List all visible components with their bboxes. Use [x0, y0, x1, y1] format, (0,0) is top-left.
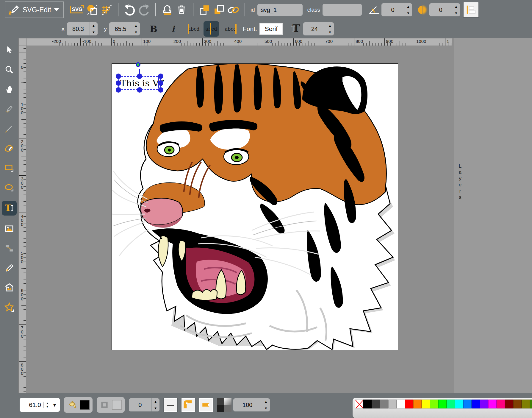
angle-spinner[interactable]: 0 ▲▼	[381, 3, 412, 16]
stroke-color-widget[interactable]	[97, 397, 125, 413]
palette-swatch[interactable]	[480, 400, 488, 408]
tool-rect[interactable]	[3, 161, 16, 174]
size-down[interactable]: ▼	[326, 29, 334, 35]
layers-panel-handle[interactable]: Layers	[457, 163, 463, 201]
y-value[interactable]: 65.5	[109, 22, 132, 35]
blur-up[interactable]: ▲	[452, 3, 460, 10]
text-anchor-end-button[interactable]: abcd	[224, 22, 237, 36]
font-size-spinner[interactable]: 24 ▲▼	[303, 22, 334, 35]
text-anchor-start-button[interactable]: abcd	[187, 22, 201, 36]
font-size-value[interactable]: 24	[303, 22, 326, 35]
tool-eyedropper[interactable]	[3, 261, 16, 274]
class-input[interactable]	[323, 4, 362, 16]
y-spinner[interactable]: 65.5 ▲▼	[109, 22, 140, 35]
angle-up[interactable]: ▲	[404, 3, 412, 10]
stroke-width-value[interactable]: 0	[129, 398, 151, 411]
selection-handle-e[interactable]	[158, 80, 163, 86]
rotate-handle[interactable]	[136, 62, 140, 67]
zoom-widget[interactable]: 61.0 ▲▼ ▼	[20, 398, 60, 412]
zoom-spinner[interactable]: ▲▼	[43, 402, 49, 408]
source-button[interactable]: SVG	[68, 3, 85, 17]
angle-down[interactable]: ▼	[404, 10, 412, 16]
stroke-width-spinner[interactable]: 0 ▲▼	[129, 398, 159, 411]
palette-swatch[interactable]	[397, 400, 405, 408]
editor-prefs-button[interactable]	[99, 3, 114, 17]
stroke-width-down[interactable]: ▼	[152, 405, 159, 411]
x-down[interactable]: ▼	[90, 29, 98, 35]
y-up[interactable]: ▲	[132, 22, 140, 29]
undo-button[interactable]	[123, 3, 137, 17]
opacity-up[interactable]: ▲	[262, 398, 270, 405]
tool-connector[interactable]	[3, 242, 16, 255]
palette-swatch[interactable]	[372, 400, 380, 408]
palette-swatch[interactable]	[388, 400, 397, 408]
svg-canvas[interactable]	[112, 63, 398, 350]
selection-handle-s[interactable]	[137, 87, 142, 93]
tool-ellipse[interactable]	[3, 181, 16, 194]
opacity-spinner[interactable]: 100 ▲▼	[233, 398, 270, 411]
id-input[interactable]: svg_1	[257, 4, 303, 16]
palette-swatch[interactable]	[472, 400, 480, 408]
tool-pencil[interactable]	[3, 102, 16, 116]
make-link-button[interactable]	[226, 3, 240, 17]
tool-text[interactable]: T	[2, 201, 17, 216]
x-up[interactable]: ▲	[90, 22, 98, 29]
italic-button[interactable]: i	[166, 22, 180, 36]
selection-handle-n[interactable]	[137, 74, 142, 79]
move-top-button[interactable]	[198, 3, 212, 17]
palette-swatch[interactable]	[455, 400, 463, 408]
palette-swatch[interactable]	[463, 400, 472, 408]
palette-swatch[interactable]	[380, 400, 388, 408]
tool-star[interactable]	[3, 301, 16, 314]
palette-swatch[interactable]	[422, 400, 430, 408]
blur-value[interactable]: 0	[429, 3, 452, 16]
palette-swatch[interactable]	[488, 400, 497, 408]
zoom-dropdown-icon[interactable]: ▼	[52, 403, 57, 408]
selection-handle-nw[interactable]	[116, 74, 121, 79]
palette-swatch[interactable]	[413, 400, 422, 408]
palette-swatch[interactable]	[522, 400, 530, 408]
text-anchor-middle-button[interactable]: abcd	[204, 21, 219, 37]
blur-down[interactable]: ▼	[452, 10, 460, 16]
zoom-value[interactable]: 61.0	[23, 401, 41, 408]
stroke-dash-button[interactable]: —	[164, 398, 177, 412]
palette-swatch[interactable]	[513, 400, 522, 408]
tool-line[interactable]	[3, 122, 16, 135]
tool-pan[interactable]	[3, 83, 16, 96]
tool-path[interactable]	[3, 142, 16, 155]
main-menu-button[interactable]: SVG-Edit	[5, 1, 64, 18]
fill-color-swatch[interactable]	[80, 400, 90, 410]
delete-button[interactable]	[174, 3, 189, 17]
selection-handle-ne[interactable]	[158, 74, 163, 79]
doc-props-button[interactable]	[85, 3, 99, 17]
selection-handle-sw[interactable]	[116, 87, 121, 93]
tool-zoom[interactable]	[3, 63, 16, 76]
redo-button[interactable]	[137, 3, 151, 17]
x-spinner[interactable]: 80.3 ▲▼	[67, 22, 98, 35]
selection-handle-w[interactable]	[116, 80, 121, 86]
opacity-value[interactable]: 100	[233, 398, 262, 411]
palette-swatch[interactable]	[497, 400, 505, 408]
palette-swatch[interactable]	[405, 400, 413, 408]
stroke-width-up[interactable]: ▲	[152, 398, 159, 405]
move-bottom-button[interactable]	[212, 3, 226, 17]
fill-color-widget[interactable]	[64, 397, 93, 413]
tool-shape-library[interactable]	[3, 281, 16, 294]
palette-none[interactable]	[355, 400, 363, 408]
linejoin-button[interactable]	[181, 398, 195, 412]
blur-spinner[interactable]: 0 ▲▼	[429, 3, 460, 16]
palette-swatch[interactable]	[447, 400, 455, 408]
palette-swatch[interactable]	[430, 400, 438, 408]
y-down[interactable]: ▼	[132, 29, 140, 35]
palette-swatch[interactable]	[530, 400, 532, 408]
bold-button[interactable]: B	[146, 22, 161, 36]
stroke-color-swatch[interactable]	[112, 400, 122, 410]
x-value[interactable]: 80.3	[67, 22, 90, 35]
font-family-button[interactable]: Serif	[259, 23, 283, 35]
palette-swatch[interactable]	[363, 400, 372, 408]
opacity-down[interactable]: ▼	[262, 405, 270, 411]
palette-swatch[interactable]	[505, 400, 513, 408]
clone-button[interactable]	[160, 3, 174, 17]
tool-select[interactable]	[3, 43, 16, 57]
size-up[interactable]: ▲	[326, 22, 334, 29]
